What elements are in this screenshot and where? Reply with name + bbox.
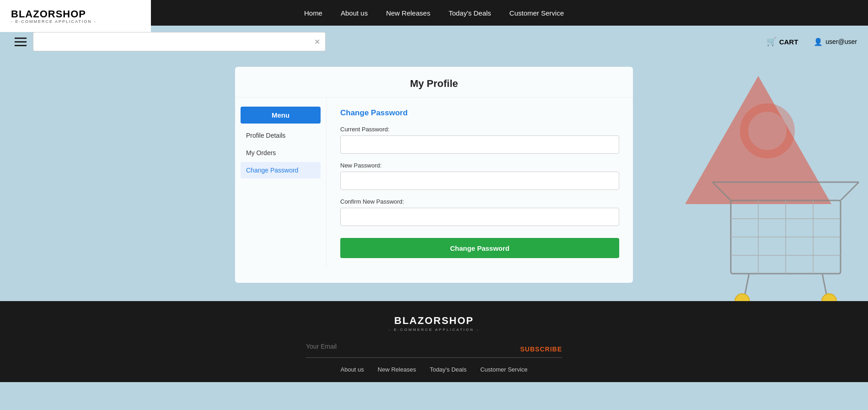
svg-line-1 bbox=[713, 182, 731, 200]
footer-link-about[interactable]: About us bbox=[341, 366, 364, 373]
subscribe-button[interactable]: SUBSCRIBE bbox=[520, 345, 562, 353]
change-password-button[interactable]: Change Password bbox=[340, 238, 619, 258]
brand-logo: BLAZORSHOP bbox=[11, 8, 96, 20]
user-button[interactable]: 👤 user@user bbox=[814, 38, 857, 46]
svg-point-6 bbox=[735, 294, 750, 301]
search-input[interactable] bbox=[33, 32, 326, 51]
confirm-password-group: Confirm New Password: bbox=[340, 198, 619, 226]
svg-line-4 bbox=[745, 274, 749, 297]
footer-brand-subtitle: - E-COMMERCE APPLICATION - bbox=[11, 328, 857, 332]
profile-card: My Profile Menu Profile Details My Order… bbox=[235, 67, 633, 283]
profile-content: Change Password Current Password: New Pa… bbox=[327, 97, 633, 269]
footer-link-new-releases[interactable]: New Releases bbox=[378, 366, 416, 373]
confirm-password-input[interactable] bbox=[340, 208, 619, 226]
svg-line-2 bbox=[841, 182, 859, 200]
nav-home[interactable]: Home bbox=[304, 9, 322, 17]
user-icon: 👤 bbox=[814, 38, 823, 46]
user-email: user@user bbox=[825, 38, 857, 45]
menu-item-my-orders[interactable]: My Orders bbox=[241, 145, 321, 161]
new-password-group: New Password: bbox=[340, 162, 619, 190]
current-password-group: Current Password: bbox=[340, 126, 619, 154]
hamburger-menu[interactable] bbox=[15, 38, 27, 46]
current-password-input[interactable] bbox=[340, 135, 619, 154]
main-nav: Home About us New Releases Today's Deals… bbox=[304, 9, 564, 17]
profile-menu: Menu Profile Details My Orders Change Pa… bbox=[235, 97, 327, 269]
footer-links: About us New Releases Today's Deals Cust… bbox=[11, 366, 857, 373]
nav-new-releases[interactable]: New Releases bbox=[386, 9, 430, 17]
svg-point-7 bbox=[822, 294, 836, 301]
brand-subtitle: - E-COMMERCE APPLICATION - bbox=[11, 19, 96, 24]
footer-email-input[interactable] bbox=[306, 340, 511, 353]
section-title: Change Password bbox=[340, 108, 619, 118]
current-password-label: Current Password: bbox=[340, 126, 619, 133]
footer-link-todays-deals[interactable]: Today's Deals bbox=[430, 366, 467, 373]
svg-line-5 bbox=[822, 274, 827, 297]
nav-todays-deals[interactable]: Today's Deals bbox=[449, 9, 491, 17]
cart-button[interactable]: 🛒 CART bbox=[766, 37, 798, 47]
confirm-password-label: Confirm New Password: bbox=[340, 198, 619, 205]
search-clear-icon[interactable]: ✕ bbox=[314, 38, 320, 46]
new-password-label: New Password: bbox=[340, 162, 619, 169]
cart-decoration bbox=[676, 146, 868, 301]
footer-email-row: SUBSCRIBE bbox=[306, 340, 562, 358]
new-password-input[interactable] bbox=[340, 172, 619, 190]
cart-icon: 🛒 bbox=[766, 37, 777, 47]
main-content: My Profile Menu Profile Details My Order… bbox=[0, 58, 868, 301]
menu-item-change-password[interactable]: Change Password bbox=[241, 162, 321, 178]
cart-label: CART bbox=[779, 38, 798, 46]
nav-about[interactable]: About us bbox=[341, 9, 368, 17]
footer-brand-name: BLAZORSHOP bbox=[11, 315, 857, 327]
menu-item-profile-details[interactable]: Profile Details bbox=[241, 127, 321, 144]
footer: BLAZORSHOP - E-COMMERCE APPLICATION - SU… bbox=[0, 301, 868, 382]
nav-customer-service[interactable]: Customer Service bbox=[509, 9, 564, 17]
page-title: My Profile bbox=[235, 67, 633, 97]
menu-header-button[interactable]: Menu bbox=[241, 107, 321, 124]
footer-link-customer-service[interactable]: Customer Service bbox=[480, 366, 527, 373]
